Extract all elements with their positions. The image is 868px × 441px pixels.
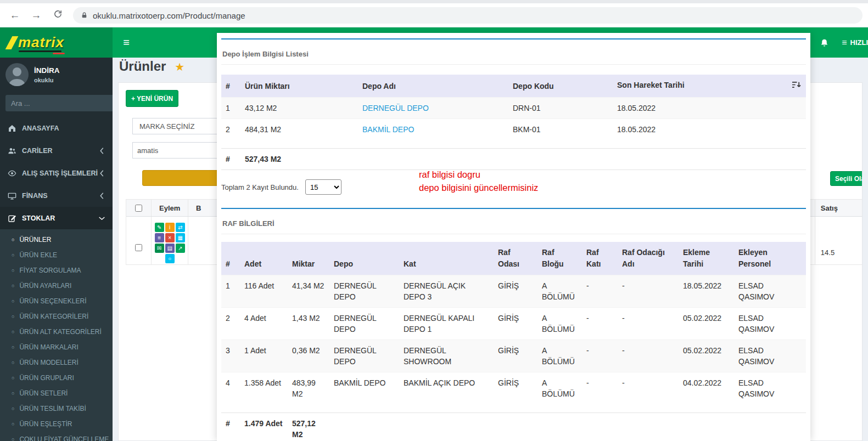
quick-menu-button[interactable]: ≡ HIZLI: [836, 27, 868, 58]
sidebar: matrix İNDİRA okuklu ANASAYFA: [0, 27, 113, 441]
cell: 1,43 M2: [288, 308, 329, 340]
finance-icon: [8, 191, 16, 200]
sub-item-label: ÜRÜN TESLİM TAKİBİ: [19, 405, 86, 412]
cell: DERNEGÜL DEPO: [329, 308, 399, 340]
action-grid-button[interactable]: ▦: [176, 233, 185, 242]
chevron-left-icon: [99, 193, 105, 199]
cell: 4 Adet: [240, 308, 288, 340]
browser-back-button[interactable]: ←: [5, 6, 24, 25]
sidebar-item-label: STOKLAR: [22, 214, 55, 222]
total-adet: 1.479 Adet: [240, 413, 288, 441]
cell: 483,99 M2: [288, 372, 329, 405]
bell-icon: [820, 38, 829, 48]
cell: -: [582, 340, 618, 372]
sidebar-item-urun-kategorileri[interactable]: ○ÜRÜN KATEGORİLERİ: [0, 309, 113, 324]
raf-table: # Adet Miktar Depo Kat Raf Odası Raf Blo…: [221, 242, 806, 404]
row-checkbox[interactable]: [135, 244, 142, 251]
sidebar-item-urun-teslim-takibi[interactable]: ○ÜRÜN TESLİM TAKİBİ: [0, 401, 113, 416]
sidebar-toggle-button[interactable]: ≡: [113, 27, 140, 58]
action-mail-button[interactable]: ✉: [155, 244, 164, 253]
edit-square-icon: [8, 214, 16, 223]
sidebar-item-urun-secenekleri[interactable]: ○ÜRÜN SEÇENEKLERİ: [0, 293, 113, 309]
notifications-button[interactable]: [812, 27, 836, 58]
hamburger-icon: ≡: [842, 38, 847, 48]
sidebar-item-urunler[interactable]: ○ÜRÜNLER: [0, 232, 113, 247]
sidebar-item-urun-setleri[interactable]: ○ÜRÜN SETLERİ: [0, 386, 113, 401]
circle-icon: ○: [12, 314, 14, 319]
action-share-button[interactable]: ↗: [176, 244, 185, 253]
cell: BAKMİL AÇIK DEPO: [399, 372, 494, 405]
sidebar-item-urun-alt-kategorileri[interactable]: ○ÜRÜN ALT KATEGORİLERİ: [0, 324, 113, 340]
page-size-select[interactable]: 15: [305, 179, 341, 195]
stoklar-submenu: ○ÜRÜNLER ○ÜRÜN EKLE ○FİYAT SORGULAMA ○ÜR…: [0, 229, 113, 441]
col-depo-adi: Depo Adı: [358, 75, 508, 98]
cell: DERNEGÜL AÇIK DEPO 3: [399, 275, 494, 308]
sub-item-label: ÜRÜN KATEGORİLERİ: [19, 313, 88, 320]
sidebar-item-fiyat-sorgulama[interactable]: ○FİYAT SORGULAMA: [0, 263, 113, 278]
circle-icon: ○: [12, 406, 14, 411]
selected-items-button[interactable]: Seçili Olanl: [830, 171, 863, 186]
sidebar-search-input[interactable]: [5, 95, 113, 111]
sidebar-item-finans[interactable]: FİNANS: [0, 184, 113, 207]
cell: A BÖLÜMÜ: [537, 372, 582, 405]
depot-info-modal: Depo İşlem Bilgisi Listesi # Ürün Miktar…: [217, 33, 810, 441]
cell: 05.02.2022: [679, 340, 734, 372]
sidebar-item-label: FİNANS: [22, 192, 48, 200]
select-all-checkbox[interactable]: [135, 205, 142, 212]
logo-mark-icon: [5, 36, 19, 49]
browser-forward-button[interactable]: →: [27, 6, 46, 25]
sub-item-label: ÜRÜN SETLERİ: [19, 389, 68, 397]
action-edit-button[interactable]: ✎: [155, 223, 164, 232]
sidebar-item-urun-ayarlari[interactable]: ○ÜRÜN AYARLARI: [0, 278, 113, 293]
depot-link[interactable]: DERNEGÜL DEPO: [362, 104, 429, 112]
col-miktar: Miktar: [288, 242, 329, 275]
action-delete-button[interactable]: ×: [165, 233, 175, 242]
favorite-star-icon[interactable]: ★: [175, 61, 184, 73]
section-rule: [221, 208, 806, 209]
sub-item-label: FİYAT SORGULAMA: [19, 267, 81, 274]
new-product-button[interactable]: + YENİ ÜRÜN: [126, 90, 178, 107]
sidebar-item-alis-satis[interactable]: ALIŞ SATIŞ İŞLEMLERİ: [0, 162, 113, 184]
sidebar-item-cariler[interactable]: CARİLER: [0, 139, 113, 162]
sidebar-item-urun-eslestir[interactable]: ○ÜRÜN EŞLEŞTİR: [0, 416, 113, 432]
col-depo-kodu: Depo Kodu: [508, 75, 613, 98]
plus-icon: +: [131, 95, 135, 103]
circle-icon: ○: [12, 391, 14, 396]
cell: DERNEGÜL DEPO: [329, 340, 399, 372]
logo-swoosh: [19, 50, 61, 52]
action-transfer-button[interactable]: ⇄: [176, 223, 185, 232]
address-bar[interactable]: okuklu.matrixotoerp.com/Product/manage: [73, 7, 863, 24]
sort-icon[interactable]: [791, 81, 802, 92]
logo-text: matrix: [18, 34, 64, 51]
cell-kod: DRN-01: [508, 98, 613, 119]
sub-item-label: ÜRÜN EKLE: [19, 251, 57, 259]
red-annotation: raf bilgisi dogru depo bilgisini güncell…: [419, 168, 538, 194]
action-info-button[interactable]: i: [165, 223, 175, 232]
page-title: Ürünler★: [119, 59, 184, 74]
action-list-button[interactable]: ≡: [155, 233, 164, 242]
cell-tarih: 18.05.2022: [613, 119, 806, 140]
browser-refresh-button[interactable]: [48, 6, 67, 25]
cell: BAKMİL DEPO: [329, 372, 399, 405]
cell: -: [582, 308, 618, 340]
cell: -: [582, 275, 618, 308]
col-ekleyen-personel: Ekleyen Personel: [734, 242, 806, 275]
depot-link[interactable]: BAKMİL DEPO: [362, 125, 414, 134]
sub-item-label: ÜRÜN MODELLERİ: [19, 359, 78, 366]
sidebar-item-coklu-fiyat-guncelleme[interactable]: ○ÇOKLU FİYAT GÜNCELLEME: [0, 432, 113, 441]
cell: 2: [221, 308, 240, 340]
depot-table-header-row: # Ürün Miktarı Depo Adı Depo Kodu Son Ha…: [221, 75, 806, 98]
sidebar-item-urun-gruplari[interactable]: ○ÜRÜN GRUPLARI: [0, 370, 113, 386]
cell-miktar: 484,31 M2: [240, 119, 358, 140]
cell-depo: BAKMİL DEPO: [358, 119, 508, 140]
cell: DERNEGÜL KAPALI DEPO 1: [399, 308, 494, 340]
sidebar-item-stoklar[interactable]: STOKLAR: [0, 207, 113, 229]
app-logo[interactable]: matrix: [0, 27, 113, 58]
action-sync-button[interactable]: ○: [165, 254, 175, 263]
users-icon: [8, 146, 16, 155]
sidebar-item-urun-ekle[interactable]: ○ÜRÜN EKLE: [0, 247, 113, 263]
sidebar-item-urun-modelleri[interactable]: ○ÜRÜN MODELLERİ: [0, 355, 113, 370]
sidebar-item-anasayfa[interactable]: ANASAYFA: [0, 117, 113, 139]
action-print-button[interactable]: ▤: [165, 244, 175, 253]
sidebar-item-urun-markalari[interactable]: ○ÜRÜN MARKALARI: [0, 340, 113, 355]
